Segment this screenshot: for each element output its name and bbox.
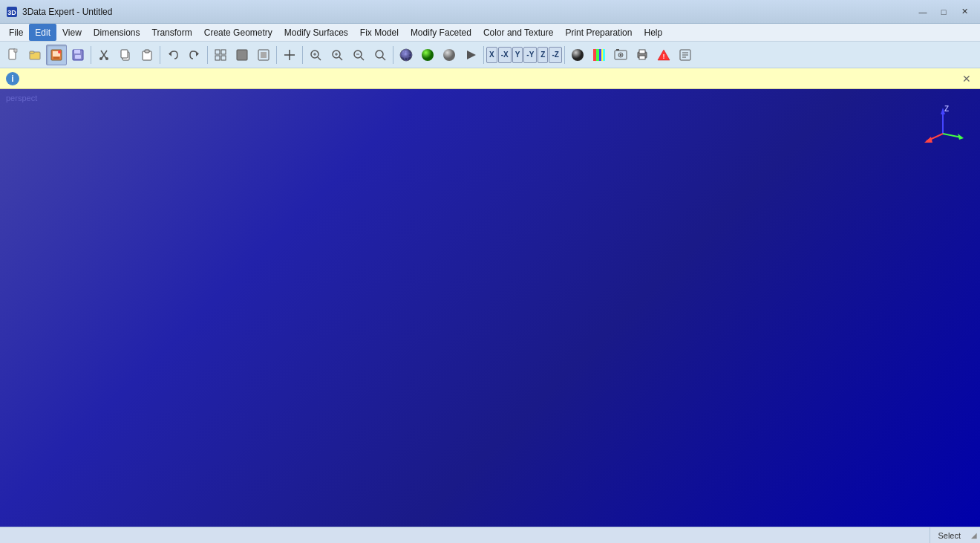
save-image-button[interactable]	[46, 45, 67, 65]
svg-rect-57	[601, 49, 603, 61]
svg-text:3D: 3D	[7, 9, 16, 16]
zoom-fit-button[interactable]	[370, 45, 391, 65]
redo-button[interactable]	[184, 45, 205, 65]
viewport[interactable]: perspect Z	[0, 89, 980, 527]
svg-line-45	[382, 57, 385, 60]
zoom-in-button[interactable]	[327, 45, 347, 65]
menu-view[interactable]: View	[56, 24, 88, 41]
copy-button[interactable]	[115, 45, 136, 65]
menu-transform[interactable]: Transform	[146, 24, 198, 41]
color-bands-button[interactable]	[589, 45, 610, 65]
undo-button[interactable]	[163, 45, 183, 65]
cut-button[interactable]	[94, 45, 114, 65]
reset-view-button[interactable]	[232, 45, 252, 65]
resize-handle[interactable]: ◢	[968, 527, 980, 544]
close-button[interactable]: ✕	[955, 4, 974, 19]
open-button[interactable]	[24, 45, 45, 65]
svg-point-10	[58, 51, 61, 53]
separator-5	[302, 46, 303, 64]
z-pos-button[interactable]: Z	[538, 47, 548, 63]
separator-6	[393, 46, 393, 64]
menu-fix-model[interactable]: Fix Model	[354, 24, 405, 41]
svg-marker-78	[958, 134, 964, 140]
svg-rect-12	[74, 50, 80, 53]
grid-button[interactable]	[210, 45, 231, 65]
svg-rect-6	[30, 51, 34, 53]
solid-gray-button[interactable]	[439, 45, 460, 65]
separator-3	[207, 46, 208, 64]
svg-point-46	[400, 49, 412, 61]
svg-marker-76	[924, 137, 932, 143]
x-pos-button[interactable]: X	[486, 47, 497, 63]
y-neg-button[interactable]: -Y	[523, 47, 537, 63]
minimize-button[interactable]: —	[913, 4, 932, 19]
svg-point-50	[443, 49, 455, 61]
wireframe-button[interactable]	[396, 45, 416, 65]
status-right: Select ◢	[930, 527, 980, 543]
info-icon: i	[6, 72, 19, 85]
svg-rect-13	[75, 55, 81, 59]
svg-rect-60	[616, 49, 619, 51]
menu-bar: File Edit View Dimensions Transform Crea…	[0, 24, 980, 42]
svg-rect-56	[599, 49, 601, 61]
menu-edit[interactable]: Edit	[29, 24, 56, 41]
title-text: 3Data Expert - Untitled	[22, 7, 112, 17]
svg-line-38	[339, 57, 342, 60]
svg-text:Z: Z	[944, 105, 949, 113]
render-arrow-button[interactable]	[460, 45, 481, 65]
svg-point-17	[105, 57, 108, 60]
svg-rect-26	[215, 56, 220, 60]
save-button[interactable]	[68, 45, 88, 65]
svg-rect-30	[261, 52, 267, 58]
menu-modify-surfaces[interactable]: Modify Surfaces	[278, 24, 354, 41]
menu-create-geometry[interactable]: Create Geometry	[198, 24, 278, 41]
svg-rect-21	[145, 50, 149, 53]
axis-indicator: Z	[921, 104, 965, 149]
zoom-extent-button[interactable]	[253, 45, 274, 65]
zoom-out-button[interactable]	[348, 45, 369, 65]
z-neg-button[interactable]: -Z	[549, 47, 561, 63]
title-bar: 3D 3Data Expert - Untitled — □ ✕	[0, 0, 980, 24]
svg-rect-19	[121, 50, 128, 58]
maximize-button[interactable]: □	[934, 4, 953, 19]
menu-file[interactable]: File	[3, 24, 29, 41]
svg-point-44	[376, 51, 383, 58]
svg-line-34	[318, 57, 321, 60]
svg-rect-64	[639, 50, 645, 53]
svg-point-52	[572, 49, 584, 61]
svg-rect-24	[215, 50, 220, 54]
separator-4	[276, 46, 277, 64]
y-pos-button[interactable]: Y	[512, 47, 523, 63]
select-tool-button[interactable]	[279, 45, 300, 65]
menu-modify-faceted[interactable]: Modify Faceted	[405, 24, 477, 41]
solid-green-button[interactable]	[417, 45, 438, 65]
print-button[interactable]	[632, 45, 653, 65]
svg-text:!: !	[662, 53, 664, 60]
separator-7	[483, 46, 484, 64]
svg-point-49	[422, 49, 434, 61]
svg-point-62	[619, 53, 621, 56]
new-button[interactable]	[3, 45, 24, 65]
x-neg-button[interactable]: -X	[498, 47, 512, 63]
alert-button[interactable]: !	[653, 45, 674, 65]
svg-rect-55	[596, 49, 599, 61]
svg-rect-65	[639, 56, 645, 59]
sphere-shaded-button[interactable]	[567, 45, 588, 65]
zoom-box-button[interactable]	[305, 45, 326, 65]
menu-help[interactable]: Help	[638, 24, 668, 41]
svg-rect-54	[593, 49, 596, 61]
info-bar: i ✕	[0, 68, 980, 89]
menu-print-prep[interactable]: Print Preparation	[559, 24, 638, 41]
screenshot-button[interactable]	[610, 45, 631, 65]
title-left: 3D 3Data Expert - Untitled	[6, 6, 112, 18]
properties-button[interactable]	[675, 45, 696, 65]
separator-1	[91, 46, 91, 64]
toolbar: X -X Y -Y Z -Z	[0, 42, 980, 68]
menu-dimensions[interactable]: Dimensions	[88, 24, 146, 41]
menu-color-texture[interactable]: Color and Texture	[477, 24, 560, 41]
svg-marker-51	[467, 51, 476, 59]
paste-button[interactable]	[137, 45, 157, 65]
svg-line-42	[361, 57, 364, 60]
info-close-button[interactable]: ✕	[959, 71, 974, 86]
status-bar: Select ◢	[0, 527, 980, 543]
